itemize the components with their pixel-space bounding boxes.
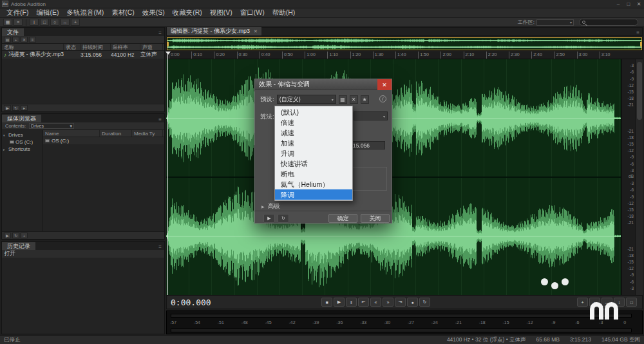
loop-media-icon[interactable]: ↻ <box>12 233 19 238</box>
tab-close-icon[interactable]: ✕ <box>254 29 258 34</box>
close-file-icon[interactable]: ✕ <box>21 37 28 43</box>
search-input[interactable] <box>579 19 638 26</box>
lasso-selection-tool-icon[interactable]: ○ <box>50 19 59 26</box>
column-header-media-type[interactable]: Media Ty <box>132 130 163 137</box>
history-panel-menu-icon[interactable]: ≡ <box>158 244 164 250</box>
dialog-title-bar[interactable]: 效果 - 伸缩与变调 <box>255 79 392 90</box>
add-shortcut-icon[interactable]: + <box>21 233 28 238</box>
play-file-icon[interactable]: ▶ <box>4 105 11 111</box>
menu-item[interactable]: 素材(C) <box>108 8 138 17</box>
auto-play-icon[interactable]: ▸ <box>21 105 28 111</box>
maximize-button[interactable]: □ <box>623 1 634 7</box>
play-media-icon[interactable]: ▶ <box>4 233 11 238</box>
skip-to-start-button[interactable]: ⇤ <box>358 298 369 307</box>
menu-item[interactable]: 编辑(E) <box>32 8 62 17</box>
time-selection-tool-icon[interactable]: I <box>30 19 39 26</box>
editor-tab[interactable]: 编辑器: 冯提莫 - 佛系少女.mp3 ✕ <box>167 27 261 35</box>
slip-tool-icon[interactable]: ↔ <box>61 19 70 26</box>
tree-collapsed-icon[interactable]: ▸ <box>3 148 7 151</box>
history-item[interactable]: 打开 <box>2 250 164 258</box>
preset-option[interactable]: 降调 <box>275 189 352 200</box>
zoom-in-button[interactable]: + <box>577 298 588 307</box>
insert-into-multitrack-icon[interactable]: ≡ <box>29 37 36 43</box>
save-preset-icon[interactable]: ▦ <box>339 95 347 104</box>
workspace-dropdown[interactable]: ▾ <box>536 19 574 26</box>
media-panel-menu-icon[interactable]: ≡ <box>158 117 164 122</box>
editor-panel-menu-icon[interactable]: ≡ <box>636 30 642 35</box>
preset-option[interactable]: 升调 <box>275 148 352 158</box>
fast-forward-button[interactable]: » <box>383 298 393 307</box>
media-location-dropdown[interactable]: Drives ▾ <box>29 123 74 129</box>
overview-range-selector[interactable] <box>167 37 642 50</box>
tree-item-shortcuts[interactable]: ▸ Shortcuts <box>2 146 43 153</box>
minimize-button[interactable]: – <box>613 1 623 7</box>
menu-item[interactable]: 多轨混音(M) <box>62 8 108 17</box>
waveform-display[interactable] <box>166 59 621 295</box>
tab-media-browser[interactable]: 媒体浏览器 <box>2 115 41 122</box>
play-button[interactable]: ▶ <box>334 298 345 307</box>
file-row[interactable]: ♪ 冯提莫 - 佛系少女.mp3 3:15.056 44100 Hz 立体声 <box>2 51 164 59</box>
timeline-ruler[interactable]: 0:000:100:200:300:400:501:001:101:201:30… <box>166 52 643 59</box>
scrollbar-thumb[interactable] <box>637 62 642 120</box>
playhead[interactable] <box>167 52 168 295</box>
column-header-name[interactable]: 名称 <box>2 44 64 50</box>
preview-play-button[interactable]: ▶ <box>263 214 275 223</box>
preset-option[interactable]: 倍速 <box>275 117 352 128</box>
preset-option[interactable]: 加速 <box>275 138 352 148</box>
multitrack-view-icon[interactable]: ≡ <box>14 19 23 26</box>
title-bar[interactable]: Au Adobe Audition – □ ✕ <box>0 0 644 8</box>
menu-item[interactable]: 效果(S) <box>138 8 169 17</box>
files-panel-menu-icon[interactable]: ≡ <box>158 30 164 36</box>
menu-item[interactable]: 窗口(W) <box>236 8 269 17</box>
menu-item[interactable]: 文件(F) <box>3 8 32 17</box>
preset-option[interactable]: 氦气（Helium） <box>275 179 352 189</box>
vertical-scrollbar[interactable] <box>635 59 643 295</box>
menu-item[interactable]: 收藏夹(R) <box>169 8 206 17</box>
media-row[interactable]: OS (C:) <box>43 137 164 144</box>
close-dialog-button[interactable]: 关闭 <box>361 214 390 223</box>
column-header-channels[interactable]: 声道 <box>140 44 163 50</box>
loop-playback-button[interactable]: ↻ <box>419 298 430 307</box>
loop-playback-icon[interactable]: ↻ <box>12 105 19 111</box>
record-button[interactable]: ● <box>407 298 418 307</box>
tree-item-os-c[interactable]: OS (C:) <box>2 139 43 146</box>
tab-files[interactable]: 文件 <box>2 28 24 36</box>
rewind-button[interactable]: « <box>370 298 381 307</box>
dialog-close-icon[interactable]: ✕ <box>377 79 392 90</box>
preset-option[interactable]: 减速 <box>275 128 352 138</box>
menu-item[interactable]: 视图(V) <box>206 8 236 17</box>
import-file-icon[interactable]: ▤ <box>4 37 11 43</box>
column-header-status[interactable]: 状态 <box>64 44 80 50</box>
column-header-media-duration[interactable]: Duration <box>100 130 132 137</box>
tree-expanded-icon[interactable]: ▾ <box>3 133 7 137</box>
waveform-view-icon[interactable]: ▦ <box>3 19 12 26</box>
preset-option[interactable]: (默认) <box>275 107 352 117</box>
new-content-icon[interactable]: + <box>12 37 19 43</box>
skip-to-end-button[interactable]: ⇥ <box>395 298 406 307</box>
favorite-preset-icon[interactable]: ★ <box>361 95 369 104</box>
column-header-media-name[interactable]: Name <box>43 130 100 137</box>
db-ruler[interactable]: -3-3-6-6-9-9-12-12-15-15-18-18-21-21-3-3… <box>621 59 635 295</box>
preset-option[interactable]: 断电 <box>275 169 352 179</box>
zoom-full-button[interactable]: □ <box>626 298 637 307</box>
close-window-button[interactable]: ✕ <box>634 1 644 7</box>
advanced-toggle[interactable]: ▶ 高级 <box>261 202 280 211</box>
spot-healing-tool-icon[interactable]: + <box>71 19 80 26</box>
marquee-selection-tool-icon[interactable]: □ <box>40 19 49 26</box>
column-header-duration[interactable]: 持续时间 <box>80 44 111 50</box>
levels-meter-panel[interactable]: -57-54-51-48-45-42-39-36-33-30-27-24-21-… <box>166 311 643 334</box>
stop-button[interactable]: ■ <box>321 298 332 307</box>
ok-button[interactable]: 确定 <box>328 214 357 223</box>
preview-loop-button[interactable]: ↻ <box>278 214 289 223</box>
algorithm-dropdown[interactable]: ▾ <box>354 111 388 120</box>
preset-dropdown[interactable]: (自定义) ▾ <box>277 95 336 104</box>
menu-item[interactable]: 帮助(H) <box>269 8 299 17</box>
delete-preset-icon[interactable]: ✕ <box>350 95 358 104</box>
pause-button[interactable]: ‖ <box>346 298 357 307</box>
tree-item-drives[interactable]: ▾ Drives <box>2 131 43 139</box>
preset-option[interactable]: 快速讲话 <box>275 158 352 169</box>
tab-history[interactable]: 历史记录 <box>2 242 35 250</box>
waveform-canvas[interactable] <box>166 59 621 295</box>
overview-navigator[interactable] <box>166 37 643 51</box>
help-icon[interactable]: i <box>379 95 386 102</box>
